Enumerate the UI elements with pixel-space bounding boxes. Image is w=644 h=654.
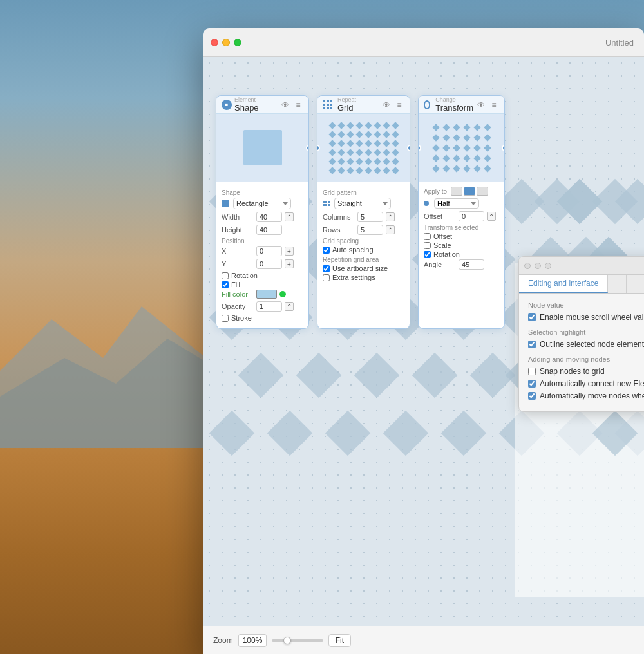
auto-connect-checkbox[interactable]	[528, 380, 536, 388]
grid-eye-button[interactable]: 👁	[381, 100, 392, 110]
close-button[interactable]	[211, 39, 218, 46]
green-dot	[279, 291, 286, 297]
t-rotation-label: Rotation	[433, 250, 460, 258]
toggle-all[interactable]	[451, 187, 462, 196]
settings-close[interactable]	[524, 263, 531, 269]
outline-row: Outline selected node elements	[528, 340, 644, 349]
offset-row: Offset ⌃	[424, 211, 499, 221]
apply-to-row: Apply to	[424, 187, 499, 196]
zoom-value[interactable]: 100%	[238, 634, 267, 647]
t-rotation-row: Rotation	[424, 250, 499, 258]
settings-min[interactable]	[535, 263, 541, 269]
transform-conn-left	[418, 145, 421, 151]
y-input[interactable]	[256, 259, 282, 269]
t-scale-label: Scale	[433, 241, 451, 249]
auto-move-label: Automatically move nodes when	[540, 391, 644, 400]
auto-connect-row: Automatically connect new Elements	[528, 379, 644, 388]
opacity-stepper[interactable]: ⌃	[285, 302, 294, 311]
artboard-checkbox[interactable]	[323, 265, 330, 272]
toggle-custom[interactable]	[477, 187, 488, 196]
tab-other[interactable]	[608, 275, 627, 293]
stroke-row: Stroke	[222, 314, 303, 322]
width-label: Width	[222, 213, 254, 221]
tab-editing[interactable]: Editing and interface	[519, 275, 608, 293]
fit-button[interactable]: Fit	[328, 634, 351, 647]
rotation-row: Rotation	[222, 272, 303, 279]
width-input[interactable]	[256, 212, 282, 222]
x-input[interactable]	[256, 246, 282, 256]
rotation-checkbox[interactable]	[222, 272, 229, 279]
enable-scroll-checkbox[interactable]	[528, 313, 536, 321]
opacity-label: Opacity	[222, 303, 254, 310]
transform-eye-button[interactable]: 👁	[476, 100, 486, 110]
t-offset-checkbox[interactable]	[424, 233, 431, 240]
auto-move-checkbox[interactable]	[528, 392, 536, 400]
pattern-select[interactable]: Straight Brick Honeycomb	[334, 198, 391, 209]
grid-panel-title: Grid	[337, 103, 379, 113]
snap-checkbox[interactable]	[528, 368, 536, 375]
rows-input[interactable]	[357, 225, 383, 235]
width-stepper: ⌃	[285, 212, 294, 221]
columns-stepper[interactable]: ⌃	[386, 212, 395, 221]
zoom-thumb[interactable]	[283, 637, 291, 644]
extra-label: Extra settings	[332, 274, 375, 281]
t-offset-row: Offset	[424, 232, 499, 240]
opacity-row: Opacity ⌃	[222, 301, 303, 312]
half-row: Half	[424, 198, 499, 209]
auto-spacing-checkbox[interactable]	[323, 247, 330, 254]
shape-panel: ■ Element Shape 👁 ≡ Shape	[216, 95, 309, 329]
y-label: Y	[222, 260, 254, 268]
y-row: Y +	[222, 259, 303, 269]
minimize-button[interactable]	[222, 39, 230, 46]
offset-stepper[interactable]: ⌃	[487, 212, 496, 221]
snap-row: Snap nodes to grid	[528, 367, 644, 376]
y-plus[interactable]: +	[285, 259, 294, 268]
fill-color-label: Fill color	[222, 290, 254, 298]
color-swatch[interactable]	[256, 290, 277, 299]
settings-tabs: Editing and interface	[519, 275, 644, 294]
height-row: Height	[222, 225, 303, 235]
shape-conn-right	[306, 145, 309, 151]
t-offset-label: Offset	[433, 232, 452, 240]
columns-input[interactable]	[357, 212, 383, 222]
transform-selected-label: Transform selected	[424, 224, 499, 231]
enable-scroll-label: Enable mouse scroll wheel value change	[540, 313, 644, 322]
toggle-group	[451, 187, 488, 196]
shape-eye-button[interactable]: 👁	[280, 100, 290, 110]
angle-input[interactable]	[459, 259, 484, 270]
auto-move-row: Automatically move nodes when	[528, 391, 644, 400]
height-input[interactable]	[256, 225, 282, 235]
extra-checkbox[interactable]	[323, 274, 330, 281]
grid-menu-button[interactable]: ≡	[394, 100, 404, 110]
toggle-half[interactable]	[464, 187, 475, 196]
transform-menu-button[interactable]: ≡	[489, 100, 499, 110]
rect-icon	[222, 200, 229, 207]
half-select[interactable]: Half	[434, 198, 479, 209]
t-rotation-checkbox[interactable]	[424, 251, 431, 258]
t-scale-checkbox[interactable]	[424, 242, 431, 249]
zoom-slider[interactable]	[272, 639, 323, 642]
snap-label: Snap nodes to grid	[540, 367, 605, 376]
extra-row: Extra settings	[323, 274, 404, 281]
position-label: Position	[222, 238, 303, 245]
stroke-checkbox[interactable]	[222, 315, 229, 322]
zoom-label: Zoom	[213, 636, 233, 645]
fill-checkbox[interactable]	[222, 281, 229, 288]
canvas-area[interactable]: ■ Element Shape 👁 ≡ Shape	[203, 57, 644, 626]
outline-checkbox[interactable]	[528, 341, 536, 348]
settings-max[interactable]	[545, 263, 551, 269]
offset-input[interactable]	[459, 211, 484, 221]
rows-stepper[interactable]: ⌃	[386, 225, 395, 234]
shape-select[interactable]: Rectangle	[233, 198, 291, 209]
settings-title-bar	[519, 257, 644, 275]
shape-type-label: Element	[234, 97, 278, 103]
grid-conn-left	[317, 145, 320, 151]
width-stepper-control[interactable]: ⌃	[285, 212, 294, 221]
window-title: Untitled	[605, 37, 634, 47]
pattern-label: Grid pattern	[323, 189, 404, 196]
opacity-input[interactable]	[256, 301, 282, 312]
maximize-button[interactable]	[234, 39, 242, 46]
shape-menu-button[interactable]: ≡	[293, 100, 303, 110]
x-plus[interactable]: +	[285, 247, 294, 256]
columns-row: Columns ⌃	[323, 212, 404, 222]
